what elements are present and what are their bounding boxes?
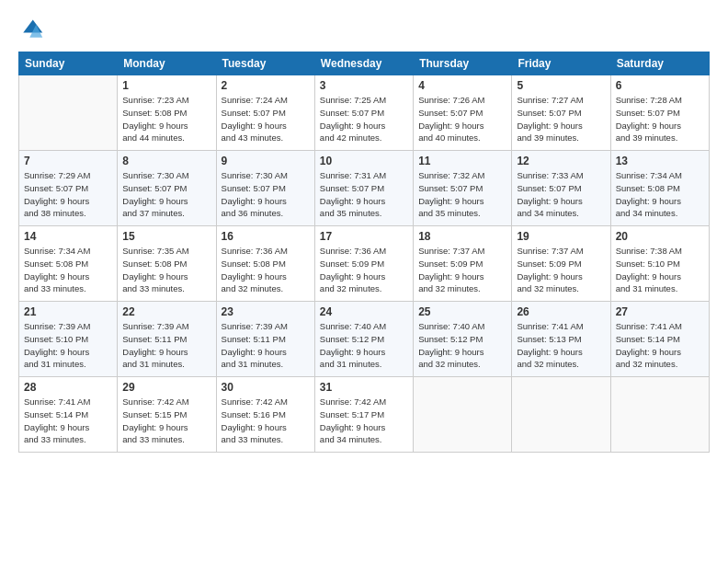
day-number: 30 — [222, 381, 310, 394]
calendar-cell: 13Sunrise: 7:34 AM Sunset: 5:08 PM Dayli… — [610, 151, 709, 226]
day-number: 13 — [616, 155, 704, 167]
day-info: Sunrise: 7:28 AM Sunset: 5:07 PM Dayligh… — [616, 94, 704, 144]
day-info: Sunrise: 7:42 AM Sunset: 5:15 PM Dayligh… — [122, 396, 210, 446]
day-info: Sunrise: 7:41 AM Sunset: 5:14 PM Dayligh… — [24, 396, 112, 446]
day-info: Sunrise: 7:34 AM Sunset: 5:08 PM Dayligh… — [616, 169, 704, 220]
day-info: Sunrise: 7:34 AM Sunset: 5:08 PM Dayligh… — [24, 245, 112, 295]
day-number: 17 — [320, 230, 408, 243]
day-info: Sunrise: 7:41 AM Sunset: 5:13 PM Dayligh… — [517, 320, 605, 371]
calendar-cell: 30Sunrise: 7:42 AM Sunset: 5:16 PM Dayli… — [216, 377, 314, 453]
day-info: Sunrise: 7:37 AM Sunset: 5:09 PM Dayligh… — [517, 245, 605, 295]
calendar-cell: 2Sunrise: 7:24 AM Sunset: 5:07 PM Daylig… — [216, 75, 314, 151]
calendar-week-row: 14Sunrise: 7:34 AM Sunset: 5:08 PM Dayli… — [19, 226, 710, 302]
calendar-cell — [414, 377, 512, 453]
day-info: Sunrise: 7:41 AM Sunset: 5:14 PM Dayligh… — [616, 320, 704, 371]
calendar-cell: 29Sunrise: 7:42 AM Sunset: 5:15 PM Dayli… — [118, 377, 216, 453]
calendar-cell: 6Sunrise: 7:28 AM Sunset: 5:07 PM Daylig… — [610, 75, 709, 151]
day-number: 28 — [24, 381, 112, 394]
day-number: 4 — [418, 79, 506, 92]
calendar-cell: 11Sunrise: 7:32 AM Sunset: 5:07 PM Dayli… — [414, 151, 512, 226]
calendar-table: SundayMondayTuesdayWednesdayThursdayFrid… — [18, 52, 710, 453]
day-info: Sunrise: 7:38 AM Sunset: 5:10 PM Dayligh… — [616, 245, 704, 295]
day-info: Sunrise: 7:42 AM Sunset: 5:16 PM Dayligh… — [222, 396, 310, 446]
svg-marker-0 — [23, 20, 42, 33]
weekday-header-friday: Friday — [512, 52, 610, 75]
calendar-cell: 9Sunrise: 7:30 AM Sunset: 5:07 PM Daylig… — [216, 151, 314, 226]
day-info: Sunrise: 7:30 AM Sunset: 5:07 PM Dayligh… — [222, 169, 310, 220]
logo — [18, 17, 48, 42]
day-number: 25 — [418, 305, 506, 318]
day-number: 7 — [24, 155, 112, 167]
weekday-header-row: SundayMondayTuesdayWednesdayThursdayFrid… — [19, 52, 710, 75]
calendar-week-row: 7Sunrise: 7:29 AM Sunset: 5:07 PM Daylig… — [19, 151, 710, 226]
day-number: 23 — [222, 305, 310, 318]
weekday-header-thursday: Thursday — [414, 52, 512, 75]
calendar-cell: 12Sunrise: 7:33 AM Sunset: 5:07 PM Dayli… — [512, 151, 610, 226]
day-info: Sunrise: 7:39 AM Sunset: 5:11 PM Dayligh… — [122, 320, 210, 371]
day-number: 18 — [418, 230, 506, 243]
calendar-cell: 3Sunrise: 7:25 AM Sunset: 5:07 PM Daylig… — [314, 75, 413, 151]
day-info: Sunrise: 7:27 AM Sunset: 5:07 PM Dayligh… — [517, 94, 605, 144]
calendar-cell: 5Sunrise: 7:27 AM Sunset: 5:07 PM Daylig… — [512, 75, 610, 151]
calendar-cell: 21Sunrise: 7:39 AM Sunset: 5:10 PM Dayli… — [19, 302, 118, 377]
calendar-cell: 24Sunrise: 7:40 AM Sunset: 5:12 PM Dayli… — [314, 302, 413, 377]
calendar-cell: 18Sunrise: 7:37 AM Sunset: 5:09 PM Dayli… — [414, 226, 512, 302]
header — [18, 17, 710, 42]
day-info: Sunrise: 7:25 AM Sunset: 5:07 PM Dayligh… — [320, 94, 408, 144]
weekday-header-monday: Monday — [118, 52, 216, 75]
day-number: 11 — [418, 155, 506, 167]
day-number: 24 — [320, 305, 408, 318]
day-info: Sunrise: 7:36 AM Sunset: 5:09 PM Dayligh… — [320, 245, 408, 295]
calendar-cell: 31Sunrise: 7:42 AM Sunset: 5:17 PM Dayli… — [314, 377, 413, 453]
day-info: Sunrise: 7:31 AM Sunset: 5:07 PM Dayligh… — [320, 169, 408, 220]
day-info: Sunrise: 7:33 AM Sunset: 5:07 PM Dayligh… — [517, 169, 605, 220]
weekday-header-saturday: Saturday — [610, 52, 709, 75]
calendar-week-row: 1Sunrise: 7:23 AM Sunset: 5:08 PM Daylig… — [19, 75, 710, 151]
day-number: 26 — [517, 305, 605, 318]
calendar-cell: 19Sunrise: 7:37 AM Sunset: 5:09 PM Dayli… — [512, 226, 610, 302]
calendar-cell: 27Sunrise: 7:41 AM Sunset: 5:14 PM Dayli… — [610, 302, 709, 377]
day-info: Sunrise: 7:40 AM Sunset: 5:12 PM Dayligh… — [418, 320, 506, 371]
calendar-cell: 16Sunrise: 7:36 AM Sunset: 5:08 PM Dayli… — [216, 226, 314, 302]
calendar-cell: 26Sunrise: 7:41 AM Sunset: 5:13 PM Dayli… — [512, 302, 610, 377]
calendar-cell: 15Sunrise: 7:35 AM Sunset: 5:08 PM Dayli… — [118, 226, 216, 302]
calendar-cell: 28Sunrise: 7:41 AM Sunset: 5:14 PM Dayli… — [19, 377, 118, 453]
calendar-cell: 20Sunrise: 7:38 AM Sunset: 5:10 PM Dayli… — [610, 226, 709, 302]
calendar-cell: 17Sunrise: 7:36 AM Sunset: 5:09 PM Dayli… — [314, 226, 413, 302]
calendar-cell — [610, 377, 709, 453]
day-info: Sunrise: 7:39 AM Sunset: 5:10 PM Dayligh… — [24, 320, 112, 371]
day-info: Sunrise: 7:39 AM Sunset: 5:11 PM Dayligh… — [222, 320, 310, 371]
day-number: 16 — [222, 230, 310, 243]
calendar-week-row: 21Sunrise: 7:39 AM Sunset: 5:10 PM Dayli… — [19, 302, 710, 377]
calendar-cell: 1Sunrise: 7:23 AM Sunset: 5:08 PM Daylig… — [118, 75, 216, 151]
day-info: Sunrise: 7:35 AM Sunset: 5:08 PM Dayligh… — [122, 245, 210, 295]
day-info: Sunrise: 7:26 AM Sunset: 5:07 PM Dayligh… — [418, 94, 506, 144]
day-info: Sunrise: 7:30 AM Sunset: 5:07 PM Dayligh… — [122, 169, 210, 220]
weekday-header-tuesday: Tuesday — [216, 52, 314, 75]
day-number: 3 — [320, 79, 408, 92]
calendar-cell: 22Sunrise: 7:39 AM Sunset: 5:11 PM Dayli… — [118, 302, 216, 377]
day-number: 9 — [222, 155, 310, 167]
calendar-cell: 25Sunrise: 7:40 AM Sunset: 5:12 PM Dayli… — [414, 302, 512, 377]
day-number: 1 — [122, 79, 210, 92]
logo-icon — [18, 17, 44, 42]
calendar-week-row: 28Sunrise: 7:41 AM Sunset: 5:14 PM Dayli… — [19, 377, 710, 453]
day-number: 29 — [122, 381, 210, 394]
calendar-cell: 14Sunrise: 7:34 AM Sunset: 5:08 PM Dayli… — [19, 226, 118, 302]
day-info: Sunrise: 7:24 AM Sunset: 5:07 PM Dayligh… — [222, 94, 310, 144]
calendar-cell: 10Sunrise: 7:31 AM Sunset: 5:07 PM Dayli… — [314, 151, 413, 226]
page: SundayMondayTuesdayWednesdayThursdayFrid… — [0, 0, 728, 563]
weekday-header-wednesday: Wednesday — [314, 52, 413, 75]
day-info: Sunrise: 7:29 AM Sunset: 5:07 PM Dayligh… — [24, 169, 112, 220]
day-number: 14 — [24, 230, 112, 243]
day-number: 8 — [122, 155, 210, 167]
day-number: 19 — [517, 230, 605, 243]
day-info: Sunrise: 7:32 AM Sunset: 5:07 PM Dayligh… — [418, 169, 506, 220]
day-number: 27 — [616, 305, 704, 318]
day-number: 12 — [517, 155, 605, 167]
day-info: Sunrise: 7:36 AM Sunset: 5:08 PM Dayligh… — [222, 245, 310, 295]
day-info: Sunrise: 7:37 AM Sunset: 5:09 PM Dayligh… — [418, 245, 506, 295]
day-info: Sunrise: 7:23 AM Sunset: 5:08 PM Dayligh… — [122, 94, 210, 144]
calendar-cell: 8Sunrise: 7:30 AM Sunset: 5:07 PM Daylig… — [118, 151, 216, 226]
calendar-cell: 7Sunrise: 7:29 AM Sunset: 5:07 PM Daylig… — [19, 151, 118, 226]
